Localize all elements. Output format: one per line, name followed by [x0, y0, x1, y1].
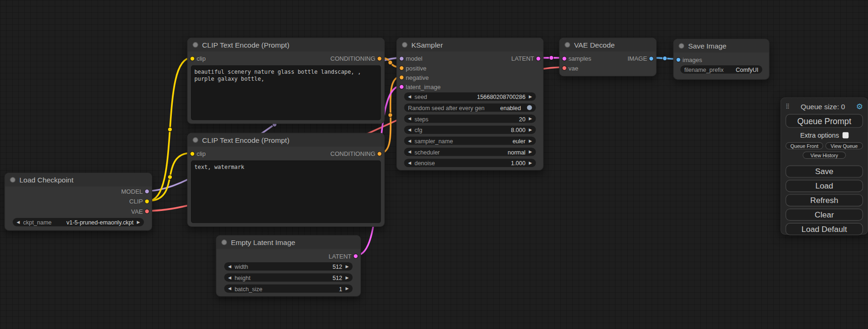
width-widget[interactable]: ◀ width 512 ▶ [224, 262, 353, 271]
batch-size-widget[interactable]: ◀ batch_size 1 ▶ [224, 284, 353, 293]
cfg-widget[interactable]: ◀ cfg 8.000 ▶ [404, 126, 536, 134]
wire-midpoint-dot[interactable] [168, 175, 172, 179]
vae-output-slot[interactable] [144, 209, 149, 214]
collapse-dot-icon[interactable] [221, 239, 227, 245]
images-input-slot[interactable] [676, 57, 681, 62]
node-ksampler[interactable]: KSampler model positive negative lat [396, 38, 543, 171]
height-widget[interactable]: ◀ height 512 ▶ [224, 273, 353, 282]
conditioning-output-slot[interactable] [377, 56, 382, 61]
next-arrow-icon[interactable]: ▶ [137, 220, 140, 224]
denoise-widget[interactable]: ◀ denoise 1.000 ▶ [404, 159, 536, 167]
negative-prompt-textarea[interactable]: text, watermark [191, 161, 381, 223]
negative-input-slot[interactable] [399, 75, 404, 80]
collapse-dot-icon[interactable] [402, 42, 408, 48]
increment-arrow-icon[interactable]: ▶ [529, 117, 532, 121]
next-arrow-icon[interactable]: ▶ [529, 139, 532, 143]
clear-button[interactable]: Clear [785, 209, 863, 221]
node-clip-text-encode-positive[interactable]: CLIP Text Encode (Prompt) clip CONDITION… [187, 38, 385, 124]
increment-arrow-icon[interactable]: ▶ [346, 275, 349, 280]
node-title-label: Save Image [688, 42, 727, 50]
node-title-label: Load Checkpoint [19, 175, 73, 184]
node-title[interactable]: CLIP Text Encode (Prompt) [188, 38, 384, 51]
conditioning-output-slot[interactable] [377, 151, 382, 156]
node-title[interactable]: Save Image [674, 39, 769, 52]
workflow-canvas[interactable]: Load Checkpoint MODEL CLIP VAE ◀ ckpt_na… [0, 0, 868, 329]
queue-prompt-button[interactable]: Queue Prompt [785, 114, 863, 128]
save-button[interactable]: Save [785, 165, 863, 177]
filename-prefix-widget[interactable]: filename_prefix ComfyUI [680, 65, 762, 74]
view-queue-button[interactable]: View Queue [826, 142, 863, 149]
latent-output-label: LATENT [511, 55, 534, 62]
image-output-slot[interactable] [649, 56, 654, 61]
node-title[interactable]: Empty Latent Image [217, 236, 360, 249]
prev-arrow-icon[interactable]: ◀ [408, 139, 411, 143]
wire-midpoint-dot[interactable] [388, 113, 392, 117]
node-vae-decode[interactable]: VAE Decode samples vae IMAGE [559, 38, 656, 77]
increment-arrow-icon[interactable]: ▶ [346, 264, 349, 268]
increment-arrow-icon[interactable]: ▶ [346, 287, 349, 291]
drag-handle-icon[interactable]: ⣿ [785, 104, 790, 109]
decrement-arrow-icon[interactable]: ◀ [408, 128, 411, 132]
node-load-checkpoint[interactable]: Load Checkpoint MODEL CLIP VAE ◀ ckpt_na… [4, 173, 152, 231]
latent-output-slot[interactable] [353, 253, 358, 259]
positive-input-label: positive [406, 64, 426, 71]
node-empty-latent-image[interactable]: Empty Latent Image LATENT ◀ width 512 ▶ … [216, 235, 361, 297]
latent-output-label: LATENT [329, 252, 352, 259]
node-title[interactable]: KSampler [397, 38, 543, 51]
clip-output-slot[interactable] [144, 199, 149, 204]
model-output-slot[interactable] [144, 189, 149, 194]
increment-arrow-icon[interactable]: ▶ [529, 94, 532, 98]
wire-midpoint-dot[interactable] [388, 60, 392, 64]
samples-input-label: samples [569, 55, 592, 62]
collapse-dot-icon[interactable] [193, 137, 198, 143]
decrement-arrow-icon[interactable]: ◀ [228, 264, 231, 268]
sampler-name-widget[interactable]: ◀ sampler_name euler ▶ [404, 137, 536, 145]
positive-prompt-textarea[interactable]: beautiful scenery nature glass bottle la… [191, 65, 381, 120]
wire-midpoint-dot[interactable] [549, 56, 553, 60]
clip-output-label: CLIP [129, 198, 143, 204]
image-output-label: IMAGE [628, 55, 647, 62]
steps-widget[interactable]: ◀ steps 20 ▶ [404, 114, 536, 123]
load-button[interactable]: Load [785, 180, 863, 192]
node-title[interactable]: CLIP Text Encode (Prompt) [188, 133, 384, 147]
seed-widget[interactable]: ◀ seed 156680208700286 ▶ [404, 92, 536, 101]
extra-options-checkbox[interactable] [842, 132, 848, 138]
wire-midpoint-dot[interactable] [663, 56, 667, 60]
queue-front-button[interactable]: Queue Front [785, 142, 823, 149]
model-input-slot[interactable] [399, 56, 404, 61]
samples-input-slot[interactable] [562, 56, 567, 61]
decrement-arrow-icon[interactable]: ◀ [408, 161, 411, 165]
collapse-dot-icon[interactable] [10, 177, 15, 182]
positive-input-slot[interactable] [399, 65, 404, 70]
prev-arrow-icon[interactable]: ◀ [17, 220, 20, 224]
decrement-arrow-icon[interactable]: ◀ [408, 94, 411, 98]
decrement-arrow-icon[interactable]: ◀ [408, 117, 411, 121]
increment-arrow-icon[interactable]: ▶ [529, 161, 532, 165]
wire-midpoint-dot[interactable] [168, 127, 172, 132]
random-seed-widget[interactable]: Random seed after every gen enabled [404, 104, 536, 112]
node-save-image[interactable]: Save Image images filename_prefix ComfyU… [673, 39, 769, 80]
decrement-arrow-icon[interactable]: ◀ [228, 275, 231, 280]
settings-gear-icon[interactable]: ⚙ [856, 102, 863, 110]
random-seed-toggle[interactable] [527, 105, 532, 110]
latent-image-input-slot[interactable] [399, 84, 404, 89]
scheduler-widget[interactable]: ◀ scheduler normal ▶ [404, 148, 536, 156]
latent-output-slot[interactable] [536, 56, 541, 61]
increment-arrow-icon[interactable]: ▶ [529, 128, 532, 132]
collapse-dot-icon[interactable] [679, 43, 685, 49]
node-title[interactable]: Load Checkpoint [5, 173, 152, 186]
vae-input-slot[interactable] [562, 65, 567, 70]
clip-input-slot[interactable] [190, 151, 195, 156]
view-history-button[interactable]: View History [803, 152, 846, 159]
node-title[interactable]: VAE Decode [560, 38, 656, 51]
prev-arrow-icon[interactable]: ◀ [408, 150, 411, 154]
next-arrow-icon[interactable]: ▶ [529, 150, 532, 154]
load-default-button[interactable]: Load Default [785, 223, 863, 235]
node-clip-text-encode-negative[interactable]: CLIP Text Encode (Prompt) clip CONDITION… [187, 133, 385, 227]
clip-input-slot[interactable] [190, 56, 195, 61]
refresh-button[interactable]: Refresh [785, 194, 863, 206]
ckpt-name-widget[interactable]: ◀ ckpt_name v1-5-pruned-emaonly.ckpt ▶ [13, 218, 144, 226]
collapse-dot-icon[interactable] [193, 42, 198, 48]
decrement-arrow-icon[interactable]: ◀ [228, 287, 231, 291]
collapse-dot-icon[interactable] [565, 42, 570, 48]
